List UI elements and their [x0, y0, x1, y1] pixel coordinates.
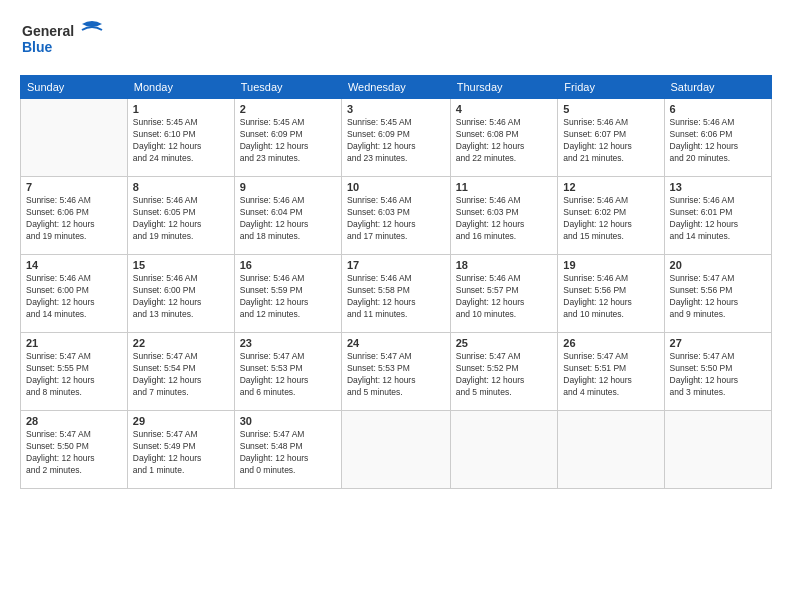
calendar-cell: 10Sunrise: 5:46 AM Sunset: 6:03 PM Dayli… [341, 177, 450, 255]
calendar-table: Sunday Monday Tuesday Wednesday Thursday… [20, 75, 772, 489]
day-number: 19 [563, 259, 658, 271]
calendar-cell: 8Sunrise: 5:46 AM Sunset: 6:05 PM Daylig… [127, 177, 234, 255]
day-info: Sunrise: 5:45 AM Sunset: 6:09 PM Dayligh… [347, 117, 445, 165]
logo-container: General Blue [20, 16, 110, 65]
calendar-week-1: 7Sunrise: 5:46 AM Sunset: 6:06 PM Daylig… [21, 177, 772, 255]
day-number: 23 [240, 337, 336, 349]
day-info: Sunrise: 5:46 AM Sunset: 5:59 PM Dayligh… [240, 273, 336, 321]
calendar-cell: 21Sunrise: 5:47 AM Sunset: 5:55 PM Dayli… [21, 333, 128, 411]
day-number: 22 [133, 337, 229, 349]
calendar-cell: 12Sunrise: 5:46 AM Sunset: 6:02 PM Dayli… [558, 177, 664, 255]
day-info: Sunrise: 5:47 AM Sunset: 5:50 PM Dayligh… [26, 429, 122, 477]
day-number: 29 [133, 415, 229, 427]
day-number: 14 [26, 259, 122, 271]
day-number: 17 [347, 259, 445, 271]
calendar-cell: 29Sunrise: 5:47 AM Sunset: 5:49 PM Dayli… [127, 411, 234, 489]
calendar-cell [341, 411, 450, 489]
day-number: 9 [240, 181, 336, 193]
header-saturday: Saturday [664, 76, 771, 99]
day-number: 6 [670, 103, 766, 115]
day-info: Sunrise: 5:46 AM Sunset: 6:06 PM Dayligh… [670, 117, 766, 165]
calendar-cell: 28Sunrise: 5:47 AM Sunset: 5:50 PM Dayli… [21, 411, 128, 489]
calendar-header-row: Sunday Monday Tuesday Wednesday Thursday… [21, 76, 772, 99]
day-info: Sunrise: 5:45 AM Sunset: 6:10 PM Dayligh… [133, 117, 229, 165]
day-number: 20 [670, 259, 766, 271]
day-number: 10 [347, 181, 445, 193]
calendar-cell: 11Sunrise: 5:46 AM Sunset: 6:03 PM Dayli… [450, 177, 558, 255]
day-info: Sunrise: 5:46 AM Sunset: 6:03 PM Dayligh… [456, 195, 553, 243]
calendar-cell: 1Sunrise: 5:45 AM Sunset: 6:10 PM Daylig… [127, 99, 234, 177]
day-info: Sunrise: 5:46 AM Sunset: 6:01 PM Dayligh… [670, 195, 766, 243]
day-info: Sunrise: 5:46 AM Sunset: 5:58 PM Dayligh… [347, 273, 445, 321]
page: General Blue Sunday Monday Tuesday Wedne… [0, 0, 792, 612]
header-monday: Monday [127, 76, 234, 99]
header: General Blue [20, 16, 772, 65]
calendar-cell: 20Sunrise: 5:47 AM Sunset: 5:56 PM Dayli… [664, 255, 771, 333]
calendar-cell: 15Sunrise: 5:46 AM Sunset: 6:00 PM Dayli… [127, 255, 234, 333]
header-wednesday: Wednesday [341, 76, 450, 99]
logo: General Blue [20, 16, 110, 65]
day-info: Sunrise: 5:47 AM Sunset: 5:53 PM Dayligh… [240, 351, 336, 399]
calendar-cell: 17Sunrise: 5:46 AM Sunset: 5:58 PM Dayli… [341, 255, 450, 333]
day-info: Sunrise: 5:47 AM Sunset: 5:53 PM Dayligh… [347, 351, 445, 399]
calendar-week-2: 14Sunrise: 5:46 AM Sunset: 6:00 PM Dayli… [21, 255, 772, 333]
calendar-cell: 25Sunrise: 5:47 AM Sunset: 5:52 PM Dayli… [450, 333, 558, 411]
day-info: Sunrise: 5:47 AM Sunset: 5:54 PM Dayligh… [133, 351, 229, 399]
calendar-cell: 18Sunrise: 5:46 AM Sunset: 5:57 PM Dayli… [450, 255, 558, 333]
calendar-cell: 4Sunrise: 5:46 AM Sunset: 6:08 PM Daylig… [450, 99, 558, 177]
calendar-week-3: 21Sunrise: 5:47 AM Sunset: 5:55 PM Dayli… [21, 333, 772, 411]
day-number: 12 [563, 181, 658, 193]
day-info: Sunrise: 5:46 AM Sunset: 6:03 PM Dayligh… [347, 195, 445, 243]
day-info: Sunrise: 5:45 AM Sunset: 6:09 PM Dayligh… [240, 117, 336, 165]
calendar-cell: 16Sunrise: 5:46 AM Sunset: 5:59 PM Dayli… [234, 255, 341, 333]
header-sunday: Sunday [21, 76, 128, 99]
calendar-cell: 19Sunrise: 5:46 AM Sunset: 5:56 PM Dayli… [558, 255, 664, 333]
day-info: Sunrise: 5:47 AM Sunset: 5:50 PM Dayligh… [670, 351, 766, 399]
day-info: Sunrise: 5:46 AM Sunset: 6:00 PM Dayligh… [26, 273, 122, 321]
calendar-cell: 5Sunrise: 5:46 AM Sunset: 6:07 PM Daylig… [558, 99, 664, 177]
day-number: 15 [133, 259, 229, 271]
day-info: Sunrise: 5:47 AM Sunset: 5:56 PM Dayligh… [670, 273, 766, 321]
calendar-cell: 13Sunrise: 5:46 AM Sunset: 6:01 PM Dayli… [664, 177, 771, 255]
day-number: 7 [26, 181, 122, 193]
day-info: Sunrise: 5:46 AM Sunset: 6:02 PM Dayligh… [563, 195, 658, 243]
day-info: Sunrise: 5:46 AM Sunset: 6:06 PM Dayligh… [26, 195, 122, 243]
day-info: Sunrise: 5:47 AM Sunset: 5:52 PM Dayligh… [456, 351, 553, 399]
calendar-week-0: 1Sunrise: 5:45 AM Sunset: 6:10 PM Daylig… [21, 99, 772, 177]
calendar-week-4: 28Sunrise: 5:47 AM Sunset: 5:50 PM Dayli… [21, 411, 772, 489]
svg-text:General: General [22, 23, 74, 39]
calendar-cell: 26Sunrise: 5:47 AM Sunset: 5:51 PM Dayli… [558, 333, 664, 411]
day-number: 4 [456, 103, 553, 115]
day-number: 16 [240, 259, 336, 271]
calendar-cell [450, 411, 558, 489]
day-info: Sunrise: 5:47 AM Sunset: 5:49 PM Dayligh… [133, 429, 229, 477]
day-number: 24 [347, 337, 445, 349]
calendar-cell: 24Sunrise: 5:47 AM Sunset: 5:53 PM Dayli… [341, 333, 450, 411]
day-number: 3 [347, 103, 445, 115]
calendar-cell [21, 99, 128, 177]
header-thursday: Thursday [450, 76, 558, 99]
calendar-cell: 9Sunrise: 5:46 AM Sunset: 6:04 PM Daylig… [234, 177, 341, 255]
header-friday: Friday [558, 76, 664, 99]
day-number: 26 [563, 337, 658, 349]
day-number: 28 [26, 415, 122, 427]
calendar-cell: 27Sunrise: 5:47 AM Sunset: 5:50 PM Dayli… [664, 333, 771, 411]
svg-text:Blue: Blue [22, 39, 53, 55]
day-info: Sunrise: 5:46 AM Sunset: 6:00 PM Dayligh… [133, 273, 229, 321]
calendar-cell: 30Sunrise: 5:47 AM Sunset: 5:48 PM Dayli… [234, 411, 341, 489]
day-number: 30 [240, 415, 336, 427]
day-number: 5 [563, 103, 658, 115]
day-info: Sunrise: 5:46 AM Sunset: 6:08 PM Dayligh… [456, 117, 553, 165]
day-info: Sunrise: 5:47 AM Sunset: 5:51 PM Dayligh… [563, 351, 658, 399]
calendar-cell [558, 411, 664, 489]
day-number: 1 [133, 103, 229, 115]
day-number: 13 [670, 181, 766, 193]
calendar-cell: 22Sunrise: 5:47 AM Sunset: 5:54 PM Dayli… [127, 333, 234, 411]
day-number: 25 [456, 337, 553, 349]
day-number: 27 [670, 337, 766, 349]
day-number: 8 [133, 181, 229, 193]
calendar-cell: 3Sunrise: 5:45 AM Sunset: 6:09 PM Daylig… [341, 99, 450, 177]
day-info: Sunrise: 5:46 AM Sunset: 6:07 PM Dayligh… [563, 117, 658, 165]
day-info: Sunrise: 5:46 AM Sunset: 5:57 PM Dayligh… [456, 273, 553, 321]
day-number: 18 [456, 259, 553, 271]
